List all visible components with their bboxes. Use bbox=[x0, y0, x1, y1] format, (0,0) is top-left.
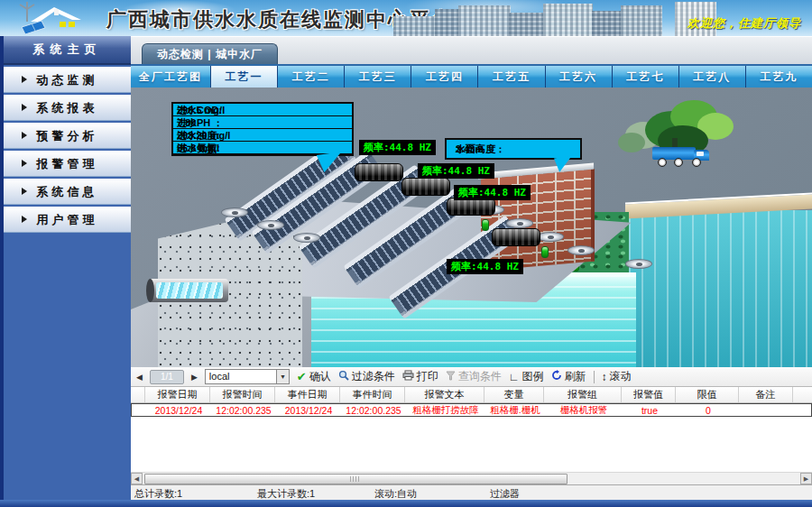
refresh-button[interactable]: 刷新 bbox=[551, 369, 586, 384]
chevron-right-icon bbox=[22, 188, 27, 195]
water-level-callout: 水面高度： 3.43m bbox=[445, 138, 582, 160]
building bbox=[393, 16, 438, 36]
scrollbar-thumb[interactable] bbox=[144, 474, 567, 484]
screen-motor-2[interactable] bbox=[401, 178, 450, 196]
inlet-turbidity-row: 进水浊度: 203.20 mg/l bbox=[173, 129, 352, 142]
screen-motor-4[interactable] bbox=[492, 228, 540, 246]
inlet-ph-row: 进水PH ： 7.80 bbox=[173, 116, 352, 129]
valve-handwheel[interactable] bbox=[625, 259, 652, 269]
sidebar-item-dynamic-monitor[interactable]: 动态监测 bbox=[4, 67, 131, 93]
sidebar: 系统主页 动态监测 系统报表 预警分析 报警管理 系统信息 bbox=[0, 36, 131, 500]
col-indicator bbox=[131, 387, 145, 402]
building bbox=[509, 13, 545, 36]
screen-motor-3[interactable] bbox=[447, 198, 495, 216]
col-alarm-text[interactable]: 报警文本 bbox=[405, 387, 484, 402]
tab-plant-diagram[interactable]: 全厂工艺图 bbox=[131, 66, 210, 88]
truck-window bbox=[697, 152, 704, 156]
status-scroll-mode: 滚动:自动 bbox=[374, 487, 417, 501]
valve-handwheel[interactable] bbox=[506, 218, 533, 228]
alarm-table-empty-area bbox=[131, 417, 812, 472]
col-remark[interactable]: 备注 bbox=[739, 387, 793, 402]
sidebar-item-system-reports[interactable]: 系统报表 bbox=[4, 95, 131, 121]
inlet-ammonia-value: 86.6 mg/l bbox=[177, 142, 219, 154]
page-indicator: 1/1 bbox=[150, 370, 184, 384]
print-button[interactable]: 打印 bbox=[402, 369, 438, 384]
cell-variable: 粗格栅.栅机 bbox=[485, 404, 545, 416]
cell-alarm-text: 粗格栅打捞故障 bbox=[406, 404, 485, 416]
tree-image bbox=[618, 133, 645, 152]
inlet-pipe bbox=[149, 279, 228, 302]
confirm-button[interactable]: ✔ 确认 bbox=[297, 369, 331, 384]
chevron-right-icon bbox=[22, 132, 27, 139]
truck-wheel bbox=[674, 158, 683, 167]
scroll-button[interactable]: ↕ 滚动 bbox=[602, 369, 632, 384]
scroll-left-icon[interactable]: ◀ bbox=[131, 473, 143, 484]
sidebar-item-label: 系统报表 bbox=[37, 101, 98, 115]
toolbar-divider bbox=[594, 371, 595, 383]
valve-handwheel[interactable] bbox=[567, 245, 595, 255]
tab-process-4[interactable]: 工艺四 bbox=[411, 66, 477, 88]
tab-process-3[interactable]: 工艺三 bbox=[345, 66, 411, 88]
filter-button[interactable]: 过滤条件 bbox=[338, 369, 395, 384]
sidebar-item-system-info[interactable]: 系统信息 bbox=[4, 179, 131, 205]
cell-alarm-state bbox=[794, 404, 812, 416]
building bbox=[543, 4, 593, 36]
cell-alarm-value: true bbox=[623, 404, 677, 416]
col-alarm-date[interactable]: 报警日期 bbox=[145, 387, 210, 402]
tab-process-7[interactable]: 工艺七 bbox=[613, 66, 678, 88]
check-icon: ✔ bbox=[297, 372, 307, 383]
col-event-time[interactable]: 事件时间 bbox=[340, 387, 405, 402]
horizontal-scrollbar: ◀ ▶ bbox=[131, 472, 812, 484]
cell-indicator bbox=[132, 404, 146, 416]
process-tabbar: 全厂工艺图 工艺一 工艺二 工艺三 工艺四 工艺五 工艺六 工艺七 工艺八 工艺… bbox=[131, 64, 812, 88]
sidebar-item-home[interactable]: 系统主页 bbox=[4, 36, 131, 65]
platform-logo-icon bbox=[14, 2, 92, 40]
query-button[interactable]: 查询条件 bbox=[446, 369, 502, 384]
valve-status-light bbox=[482, 219, 489, 231]
inlet-turbidity-value: 203.20 mg/l bbox=[177, 129, 230, 142]
motor-frequency-label-4: 频率:44.8 HZ bbox=[447, 259, 523, 274]
valve-handwheel[interactable] bbox=[221, 207, 248, 217]
col-alarm-state[interactable]: 报警 bbox=[793, 387, 812, 402]
cell-alarm-time: 12:02:00.235 bbox=[211, 404, 276, 416]
col-alarm-value[interactable]: 报警值 bbox=[622, 387, 676, 402]
server-select[interactable]: local ▼ bbox=[205, 369, 290, 384]
tab-process-6[interactable]: 工艺六 bbox=[546, 66, 612, 88]
scrollbar-track[interactable] bbox=[143, 473, 800, 484]
tab-process-8[interactable]: 工艺八 bbox=[679, 66, 745, 88]
inlet-cod-row: 进水COD: 296.5 mg/l bbox=[173, 104, 352, 116]
valve-handwheel[interactable] bbox=[537, 232, 564, 242]
tab-process-2[interactable]: 工艺二 bbox=[278, 66, 344, 88]
col-alarm-time[interactable]: 报警时间 bbox=[210, 387, 275, 402]
scroll-label: 滚动 bbox=[610, 369, 632, 384]
header: 广西城市供水水质在线监测中心平台 欢迎您，住建厅领导 bbox=[0, 0, 812, 36]
water-level-value: 3.43m bbox=[456, 143, 484, 154]
chevron-down-icon: ▼ bbox=[276, 370, 289, 383]
legend-button[interactable]: ∟ 图例 bbox=[509, 369, 544, 384]
sidebar-item-alarm-management[interactable]: 报警管理 bbox=[4, 151, 131, 177]
col-alarm-group[interactable]: 报警组 bbox=[544, 387, 622, 402]
page-prev-icon[interactable]: ◀ bbox=[136, 373, 143, 382]
col-event-date[interactable]: 事件日期 bbox=[275, 387, 340, 402]
alarm-table-row[interactable]: 2013/12/24 12:02:00.235 2013/12/24 12:02… bbox=[131, 403, 812, 417]
valve-handwheel[interactable] bbox=[293, 233, 320, 243]
valve-handwheel[interactable] bbox=[257, 220, 284, 230]
sidebar-item-warning-analysis[interactable]: 预警分析 bbox=[4, 123, 131, 149]
page-next-icon[interactable]: ▶ bbox=[191, 373, 198, 382]
query-label: 查询条件 bbox=[458, 369, 502, 384]
screen-motor-1[interactable] bbox=[355, 163, 403, 181]
building bbox=[592, 11, 623, 36]
breadcrumb[interactable]: 动态检测 | 城中水厂 bbox=[142, 43, 278, 64]
scroll-right-icon[interactable]: ▶ bbox=[800, 473, 812, 484]
tab-process-5[interactable]: 工艺五 bbox=[478, 66, 544, 88]
sidebar-item-user-management[interactable]: 用户管理 bbox=[4, 207, 131, 233]
sidebar-item-label: 用户管理 bbox=[37, 213, 98, 226]
sidebar-item-label: 预警分析 bbox=[37, 129, 98, 143]
col-limit[interactable]: 限值 bbox=[676, 387, 739, 402]
tab-process-1[interactable]: 工艺一 bbox=[211, 66, 277, 88]
valve-status-light bbox=[541, 246, 549, 258]
truck-wheel bbox=[658, 158, 667, 167]
col-variable[interactable]: 变量 bbox=[484, 387, 544, 402]
printer-icon bbox=[402, 370, 414, 383]
tab-process-9[interactable]: 工艺九 bbox=[746, 66, 812, 88]
